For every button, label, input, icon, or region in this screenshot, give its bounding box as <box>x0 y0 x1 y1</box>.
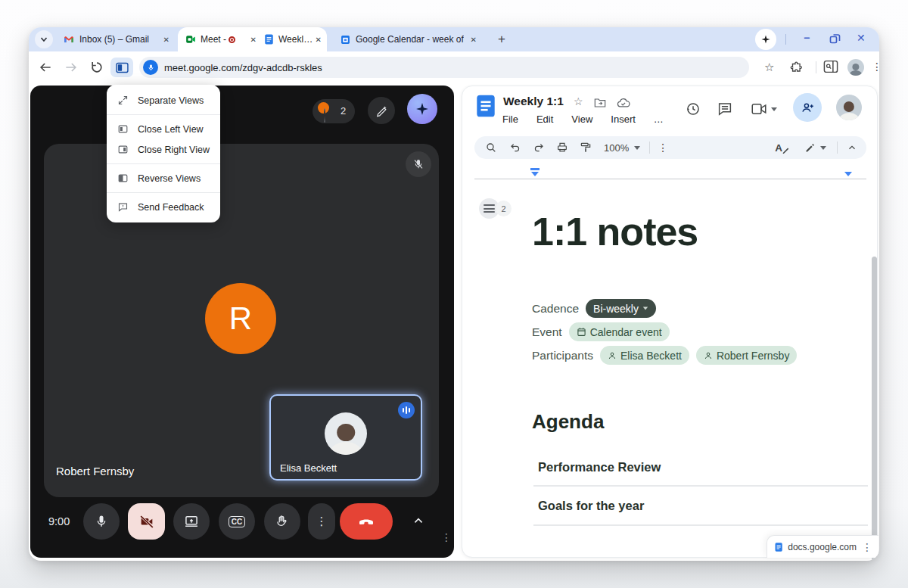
chevron-up-icon <box>410 512 427 529</box>
extensions-button[interactable] <box>790 60 804 74</box>
background-effects-button[interactable] <box>368 97 395 124</box>
url-text: meet.google.com/zdgv-adcdb-rskles <box>164 62 322 73</box>
forward-button[interactable] <box>64 60 79 75</box>
tab-label: Weekly 1 <box>278 34 313 45</box>
menu-item-send-feedback[interactable]: Send Feedback <box>107 197 220 217</box>
meet-call-button[interactable] <box>751 103 777 115</box>
calendar-event-icon <box>577 327 586 337</box>
document-title[interactable]: Weekly 1:1 <box>503 95 564 108</box>
left-indent-marker[interactable] <box>531 172 539 176</box>
reload-button[interactable] <box>89 60 104 75</box>
camera-off-button[interactable] <box>128 503 165 540</box>
tab-close-icon[interactable]: ✕ <box>471 36 477 44</box>
restore-icon <box>829 33 841 45</box>
chevron-down-icon <box>40 36 48 43</box>
menu-item-label: Separate Views <box>138 95 204 106</box>
new-tab-button[interactable]: + <box>493 31 510 48</box>
tab-docs[interactable]: Weekly 1 ✕ <box>263 27 326 51</box>
menu-overflow[interactable]: … <box>654 114 664 125</box>
tab-close-icon[interactable]: ✕ <box>316 36 322 44</box>
version-history-button[interactable] <box>686 101 701 117</box>
comments-button[interactable] <box>717 102 732 116</box>
site-badge[interactable]: docs.google.com ⋮ <box>767 535 878 558</box>
tab-close-icon[interactable]: ✕ <box>250 36 257 44</box>
present-screen-button[interactable] <box>173 503 210 540</box>
right-indent-marker[interactable] <box>844 172 852 176</box>
print-button[interactable] <box>556 142 568 154</box>
cadence-chip[interactable]: Bi-weekly <box>586 299 656 318</box>
side-panel-button[interactable] <box>823 60 838 73</box>
folder-move-icon <box>594 98 606 108</box>
redo-button[interactable] <box>533 142 545 154</box>
section-heading: Agenda <box>532 410 604 434</box>
divider <box>649 142 650 154</box>
text-format-button[interactable]: A <box>775 142 789 154</box>
mic-in-use-chip[interactable] <box>143 60 158 75</box>
move-to-folder-button[interactable] <box>594 98 606 108</box>
menu-item-close-right-view[interactable]: Close Right View <box>107 139 220 160</box>
more-options-button[interactable]: ⋮ <box>308 503 335 540</box>
back-button[interactable] <box>38 60 53 75</box>
docs-icon <box>476 94 496 118</box>
menu-file[interactable]: File <box>502 114 518 125</box>
tab-gmail[interactable]: Inbox (5) – Gmail ✕ <box>58 27 176 51</box>
mic-off-icon <box>412 158 424 170</box>
collapse-toolbar-button[interactable] <box>847 142 857 153</box>
tab-label: Inbox (5) – Gmail <box>79 34 149 45</box>
meeting-time: 9:00 <box>48 515 70 527</box>
end-call-icon <box>357 512 375 530</box>
star-document-button[interactable]: ☆ <box>574 95 583 107</box>
comment-anchor-badge[interactable]: 2 <box>479 198 514 219</box>
mic-icon <box>147 64 155 72</box>
menu-item-reverse-views[interactable]: Reverse Views <box>107 168 220 188</box>
search-menus-button[interactable] <box>485 142 497 154</box>
tab-close-icon[interactable]: ✕ <box>163 36 169 44</box>
tab-calendar[interactable]: Google Calendar - week of ✕ <box>334 27 483 51</box>
gemini-button[interactable] <box>407 94 437 124</box>
browser-profile-avatar[interactable] <box>847 59 864 76</box>
event-chip[interactable]: Calendar event <box>569 322 670 341</box>
captions-button[interactable]: CC <box>219 503 255 540</box>
video-tile-self[interactable]: Elisa Beckett <box>269 394 422 481</box>
caret-down-icon[interactable] <box>634 146 640 150</box>
pane-resize-handle[interactable]: ⋮ <box>441 531 452 543</box>
participants-pill[interactable]: 2 <box>313 99 355 123</box>
browser-menu-button[interactable]: ⋮ <box>872 61 879 73</box>
split-view-menu: Separate Views Close Left View Close Rig… <box>107 85 220 222</box>
site-badge-menu[interactable]: ⋮ <box>862 541 872 553</box>
mini-pen-icon <box>782 147 789 154</box>
end-call-button[interactable] <box>340 503 393 540</box>
undo-button[interactable] <box>509 142 521 154</box>
tab-organizer-button[interactable] <box>755 29 776 50</box>
paint-format-button[interactable] <box>580 142 592 154</box>
split-view-icon <box>116 62 129 73</box>
docs-scrollbar[interactable] <box>872 257 877 561</box>
indent-marker-bar[interactable] <box>530 168 540 170</box>
restore-button[interactable] <box>829 33 841 45</box>
participant-chip[interactable]: Elisa Beckett <box>600 346 689 365</box>
menu-edit[interactable]: Edit <box>536 114 553 125</box>
minimize-button[interactable]: − <box>804 32 810 44</box>
menu-view[interactable]: View <box>571 114 592 125</box>
mic-button[interactable] <box>83 503 120 540</box>
menu-item-separate-views[interactable]: Separate Views <box>107 90 220 110</box>
back-icon <box>38 60 53 75</box>
share-button[interactable] <box>793 93 822 122</box>
tab-meet[interactable]: Meet - ✕ <box>178 27 261 51</box>
doc-heading: 1:1 notes <box>532 209 698 254</box>
editing-mode-button[interactable] <box>804 142 826 154</box>
address-bar[interactable]: meet.google.com/zdgv-adcdb-rskles <box>139 57 749 78</box>
menu-divider <box>107 163 220 164</box>
menu-insert[interactable]: Insert <box>611 114 636 125</box>
raise-hand-button[interactable] <box>264 503 300 540</box>
bookmark-star-button[interactable]: ☆ <box>764 61 774 74</box>
split-view-button[interactable] <box>110 58 133 77</box>
toolbar-overflow-button[interactable]: ⋮ <box>658 142 668 154</box>
tab-search-button[interactable] <box>35 30 53 48</box>
participant-chip[interactable]: Robert Fernsby <box>696 346 797 365</box>
menu-item-close-left-view[interactable]: Close Left View <box>107 119 220 139</box>
close-window-button[interactable]: ✕ <box>857 32 866 44</box>
zoom-select[interactable]: 100% <box>604 142 629 154</box>
docs-profile-avatar[interactable] <box>836 95 862 120</box>
collapse-controls-button[interactable] <box>410 512 427 529</box>
